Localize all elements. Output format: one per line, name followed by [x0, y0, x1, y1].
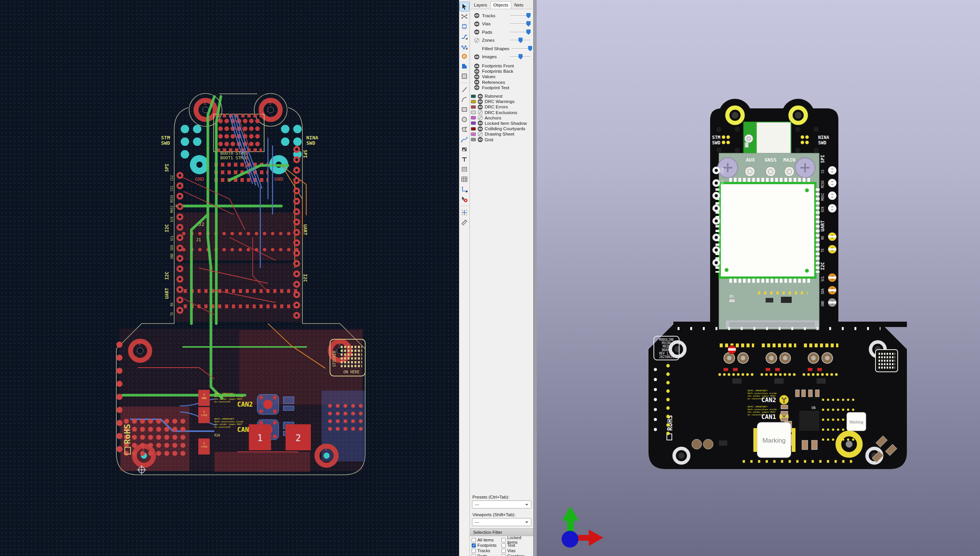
place-text-tool-button[interactable] [460, 155, 469, 164]
color-swatch[interactable] [471, 121, 476, 125]
footprint-icon [461, 23, 468, 30]
color-swatch[interactable] [471, 138, 476, 141]
eye-icon[interactable] [477, 93, 483, 99]
tune-length-tool-button[interactable] [460, 42, 469, 51]
checkbox[interactable] [472, 554, 476, 556]
note-line: Both connections inside [214, 395, 243, 397]
local-ratsnest-tool-button[interactable] [460, 12, 469, 21]
pcb-editor-canvas[interactable]: 1 1 1 1 1 1 GND GND [0, 0, 459, 556]
checkbox[interactable] [472, 549, 476, 553]
3d-viewer-canvas[interactable]: STM SWD NINA SWD [537, 0, 980, 556]
place-via-tool-button[interactable] [460, 52, 469, 61]
checkbox-checked[interactable] [472, 543, 476, 548]
board-id-line: MICRO [662, 342, 671, 345]
row-label: References [482, 80, 505, 85]
filter-footprints[interactable]: Footprints [472, 543, 501, 548]
color-swatch[interactable] [471, 116, 476, 119]
route-tracks-tool-button[interactable] [460, 32, 469, 41]
presets-dropdown[interactable]: --- [472, 500, 531, 509]
eye-icon[interactable] [477, 120, 483, 126]
tracks-opacity-slider[interactable] [510, 13, 531, 18]
checkbox[interactable] [501, 538, 506, 542]
pad-label: GND [170, 253, 174, 259]
color-swatch[interactable] [471, 127, 476, 131]
eye-off-icon[interactable] [477, 110, 483, 115]
filter-pads[interactable]: Pads [472, 554, 501, 556]
row-drc-exclusions: DRC Exclusions [470, 110, 533, 115]
place-table-tool-button[interactable] [460, 175, 469, 184]
marking-label: Marking [849, 420, 863, 424]
eye-icon[interactable] [474, 54, 480, 60]
place-textbox-tool-button[interactable] [460, 165, 469, 174]
filter-text[interactable]: Text [501, 543, 532, 548]
checkbox[interactable] [501, 554, 506, 556]
toolbar-divider [461, 83, 468, 83]
filter-graphics[interactable]: Graphics [501, 554, 532, 556]
color-swatch[interactable] [471, 132, 476, 136]
viewports-label: Viewports (Shift+Tab): [470, 511, 533, 518]
draw-rectangle-tool-button[interactable] [460, 105, 469, 114]
color-swatch[interactable] [471, 100, 476, 103]
x-axis-arrow [589, 530, 603, 546]
filter-tracks[interactable]: Tracks [472, 548, 501, 553]
draw-line-tool-button[interactable] [460, 85, 469, 94]
object-row-vias: Vias [470, 20, 533, 28]
eye-off-icon[interactable] [477, 131, 483, 137]
checkbox[interactable] [501, 543, 506, 548]
eye-icon[interactable] [474, 85, 480, 90]
eye-icon[interactable] [474, 74, 480, 80]
delete-tool-button[interactable] [460, 195, 469, 204]
measure-tool-button[interactable] [460, 218, 469, 227]
filled-shapes-opacity-slider[interactable] [511, 46, 532, 51]
viewports-dropdown[interactable]: --- [472, 518, 531, 526]
tab-objects[interactable]: Objects [490, 1, 511, 9]
eye-icon[interactable] [477, 137, 483, 142]
color-swatch[interactable] [471, 111, 476, 114]
filter-vias[interactable]: Vias [501, 548, 532, 553]
eye-icon[interactable] [477, 104, 483, 110]
eye-icon[interactable] [474, 79, 480, 85]
filter-locked-items[interactable]: Locked items [501, 538, 532, 542]
draw-zone-tool-button[interactable] [460, 62, 469, 71]
draw-dimension-tool-button[interactable] [460, 185, 469, 194]
hole-label: 1 [324, 446, 327, 451]
eye-off-icon[interactable] [474, 38, 480, 43]
row-footprints-front: Footprints Front [470, 63, 533, 69]
tab-nets[interactable]: Nets [511, 1, 527, 9]
grid-origin-tool-button[interactable] [460, 208, 469, 217]
eye-icon[interactable] [474, 13, 480, 18]
draw-rule-area-tool-button[interactable] [460, 72, 469, 81]
color-swatch[interactable] [471, 95, 476, 98]
eye-icon[interactable] [474, 69, 480, 74]
eye-icon[interactable] [477, 126, 483, 132]
eye-off-icon[interactable] [477, 115, 483, 121]
row-footprints-back: Footprints Back [470, 69, 533, 74]
images-opacity-slider[interactable] [510, 54, 531, 59]
zones-opacity-slider[interactable] [510, 38, 531, 43]
vias-opacity-slider[interactable] [510, 21, 531, 26]
filter-all-items[interactable]: All items [472, 538, 501, 542]
draw-circle-tool-button[interactable] [460, 115, 469, 124]
drawing-toolbar [459, 0, 470, 556]
place-footprint-tool-button[interactable] [460, 22, 469, 31]
place-image-tool-button[interactable] [460, 145, 469, 154]
swd-label: SWD [818, 140, 826, 146]
checkbox-label: Pads [477, 554, 487, 556]
checkbox[interactable] [472, 538, 476, 542]
pad-label: CS [821, 170, 825, 173]
eye-icon[interactable] [474, 21, 480, 27]
tab-layers[interactable]: Layers [471, 1, 490, 9]
checkbox[interactable] [501, 549, 506, 553]
nina-label: NINA [306, 135, 318, 141]
eye-icon[interactable] [474, 63, 480, 69]
d1-label: D1 [730, 294, 734, 298]
color-swatch[interactable] [471, 105, 476, 109]
eye-icon[interactable] [474, 29, 480, 35]
eye-icon[interactable] [477, 99, 483, 105]
draw-arc-tool-button[interactable] [460, 95, 469, 104]
checkbox-label: Vias [507, 548, 516, 553]
draw-bezier-tool-button[interactable] [460, 135, 469, 144]
draw-polygon-tool-button[interactable] [460, 125, 469, 134]
pads-opacity-slider[interactable] [510, 29, 531, 35]
select-tool-button[interactable] [460, 2, 469, 11]
